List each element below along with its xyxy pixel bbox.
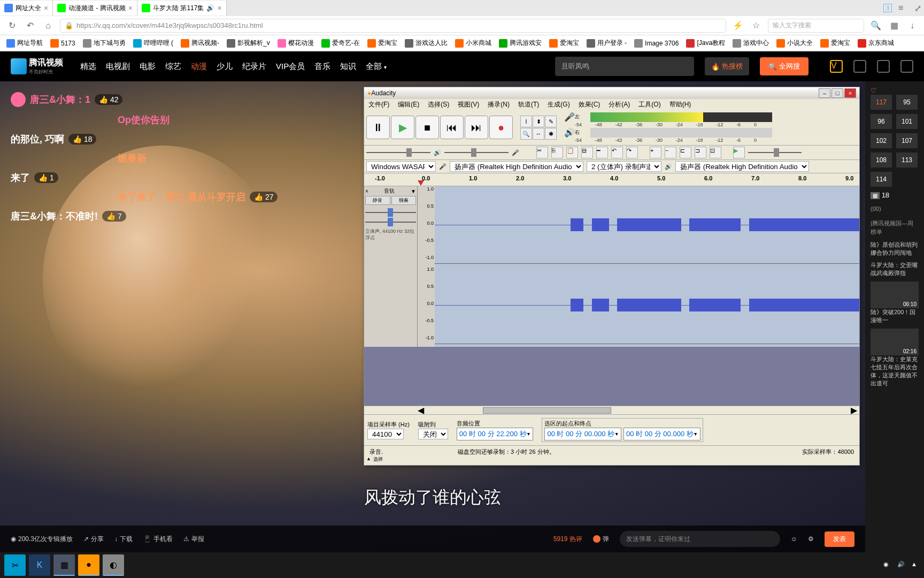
menu-item[interactable]: 选择(S) xyxy=(424,99,453,110)
envelope-tool[interactable]: ⬍ xyxy=(533,116,544,127)
maximize-button[interactable]: □ xyxy=(831,88,843,98)
skip-end-button[interactable]: ⏭ xyxy=(465,116,488,139)
track-close[interactable]: × xyxy=(365,188,368,194)
bookmark-item[interactable]: 网址导航 xyxy=(4,37,45,49)
fit-proj-button[interactable]: ⊐ xyxy=(695,147,706,158)
speed-slider[interactable] xyxy=(748,148,802,157)
menu-item[interactable]: 生成(G) xyxy=(543,99,574,110)
badge[interactable]: 3 xyxy=(883,4,892,12)
record-meter[interactable] xyxy=(590,112,772,122)
sel-start-display[interactable]: 00 时 00 分 00.000 秒▾ xyxy=(544,428,621,440)
mute-button[interactable]: 静音 xyxy=(365,196,390,205)
rec-item[interactable]: 陆》原创说和胡列娜合协力同闯地 xyxy=(871,241,919,257)
nav-item[interactable]: 全部 ▾ xyxy=(366,62,387,72)
play-button[interactable]: ▶ xyxy=(391,116,414,139)
snap-select[interactable]: 关闭 xyxy=(418,429,448,439)
menu-item[interactable]: 文件(F) xyxy=(364,99,394,110)
browser-search[interactable]: 输入文字搜索 xyxy=(768,19,864,33)
zoom-tool[interactable]: 🔍 xyxy=(520,128,532,140)
search-button[interactable]: 🔍全网搜 xyxy=(760,57,808,75)
collapse-button[interactable]: ▲ xyxy=(366,456,371,463)
timeshift-tool[interactable]: ↔ xyxy=(533,128,544,140)
rec-item[interactable]: 06:10陆》突破200！国漫唯一 xyxy=(871,282,919,324)
search-icon[interactable]: 🔍 xyxy=(869,19,882,32)
close-icon[interactable]: × xyxy=(44,4,48,12)
tv-icon[interactable]: ▢ xyxy=(900,60,913,73)
sel-end-display[interactable]: 00 时 00 分 00.000 秒▾ xyxy=(623,428,700,440)
tab-0[interactable]: 网址大全× xyxy=(0,1,53,16)
menu-item[interactable]: 轨道(T) xyxy=(514,99,543,110)
episode-button[interactable]: 102 xyxy=(871,133,892,148)
draw-tool[interactable]: ✎ xyxy=(545,116,557,127)
gain-slider[interactable] xyxy=(365,208,416,215)
tray-icon[interactable]: ◉ xyxy=(883,561,892,569)
close-button[interactable]: × xyxy=(844,88,856,98)
nav-item[interactable]: 纪录片 xyxy=(242,62,266,72)
audacity-app-icon[interactable]: ● xyxy=(78,554,99,576)
tab-1[interactable]: 动漫频道 - 腾讯视频× xyxy=(53,1,137,16)
bookmark-item[interactable]: 哔哩哔哩 ( xyxy=(131,37,175,49)
pause-button[interactable]: ⏸ xyxy=(366,116,390,139)
bookmark-item[interactable]: 小米商城 xyxy=(453,37,494,49)
zoom-in-button[interactable]: + xyxy=(650,147,661,158)
trim-button[interactable]: ⊟ xyxy=(581,147,593,158)
record-slider[interactable] xyxy=(444,148,509,157)
extension-icon[interactable]: ▦ xyxy=(888,19,900,32)
bookmark-item[interactable]: 爱淘宝 xyxy=(547,37,581,49)
nav-item[interactable]: 动漫 xyxy=(191,62,207,72)
upload-icon[interactable]: + xyxy=(877,60,890,73)
bookmark-item[interactable]: 5173 xyxy=(48,38,78,49)
record-button[interactable]: ● xyxy=(489,116,513,139)
zoom-toggle-button[interactable]: ⊡ xyxy=(710,147,721,158)
menu-item[interactable]: 工具(O) xyxy=(634,99,665,110)
silence-button[interactable]: ━ xyxy=(596,147,608,158)
rec-item[interactable]: 02:16斗罗大陆：史莱克七怪五年后再次合体，这逆天颜值不出道可 xyxy=(871,329,919,387)
rec-device-select[interactable]: 扬声器 (Realtek High Definition Audio) (l xyxy=(450,161,583,172)
bullet-toggle[interactable]: 弹 xyxy=(593,535,609,544)
hot-button[interactable]: 🔥热搜榜 xyxy=(705,57,749,75)
mic-icon[interactable]: 🎤 xyxy=(564,112,575,122)
close-icon[interactable]: × xyxy=(217,4,221,12)
nav-item[interactable]: 综艺 xyxy=(165,62,181,72)
play-at-speed-button[interactable]: ▶ xyxy=(733,147,745,158)
bookmark-item[interactable]: 腾讯视频- xyxy=(179,37,221,49)
waveform-area[interactable]: 1.00.50.0-0.5-1.0 1.00.50.0-0.5-1.0 xyxy=(418,186,859,347)
host-select[interactable]: Windows WASAPI xyxy=(366,161,436,172)
waveform-left[interactable] xyxy=(435,186,859,264)
menu-icon[interactable]: ≡ xyxy=(898,3,908,13)
browser-app-icon[interactable]: ◐ xyxy=(103,554,124,576)
mobile-button[interactable]: 📱 手机看 xyxy=(143,535,173,544)
menu-item[interactable]: 分析(A) xyxy=(604,99,634,110)
undo-icon[interactable]: ↶ xyxy=(24,19,36,32)
vip-icon[interactable]: V xyxy=(830,60,843,73)
timeline[interactable]: -1.00.01.02.03.04.05.06.07.08.09.0 xyxy=(364,173,859,186)
like-icon[interactable]: ♡ xyxy=(871,87,877,95)
redo-button[interactable]: ↷ xyxy=(626,147,638,158)
skip-start-button[interactable]: ⏮ xyxy=(440,116,464,139)
multi-tool[interactable]: ✱ xyxy=(545,128,557,140)
nav-item[interactable]: 少儿 xyxy=(217,62,233,72)
episode-button[interactable]: 114 xyxy=(871,172,892,187)
nav-item[interactable]: VIP会员 xyxy=(276,62,305,72)
url-input[interactable]: 🔒https://v.qq.com/x/cover/m441e3rjq9kwps… xyxy=(60,19,726,33)
speaker-icon[interactable]: 🔊 xyxy=(564,127,575,138)
episode-button[interactable]: 95 xyxy=(896,95,918,110)
bookmark-item[interactable]: 爱奇艺-在 xyxy=(319,37,362,49)
volume-icon[interactable]: 🔊 xyxy=(897,561,906,569)
episode-button[interactable]: 96 xyxy=(871,114,892,129)
share-button[interactable]: ↗ 分享 xyxy=(83,535,104,544)
bookmark-item[interactable]: 游戏中心 xyxy=(730,37,771,49)
pan-slider[interactable] xyxy=(365,218,416,224)
star-icon[interactable]: ☆ xyxy=(750,19,763,32)
scissors-app-icon[interactable]: ✂ xyxy=(4,554,26,576)
overflow-icon[interactable]: ▲ xyxy=(911,561,920,569)
emoji-icon[interactable]: ☺ xyxy=(791,535,797,543)
bookmark-item[interactable]: 地下城与勇 xyxy=(81,37,128,49)
app-icon[interactable]: ▦ xyxy=(53,554,75,576)
bookmark-item[interactable]: Image 3706 xyxy=(632,38,681,49)
download-button[interactable]: ↓ 下载 xyxy=(114,535,133,544)
bookmark-item[interactable]: 腾讯游戏安 xyxy=(497,37,544,49)
undo-button[interactable]: ↶ xyxy=(611,147,623,158)
danmu-input[interactable]: 发送弹幕，证明你来过 xyxy=(620,531,780,547)
play-device-select[interactable]: 扬声器 (Realtek High Definition Audio) xyxy=(675,161,809,172)
